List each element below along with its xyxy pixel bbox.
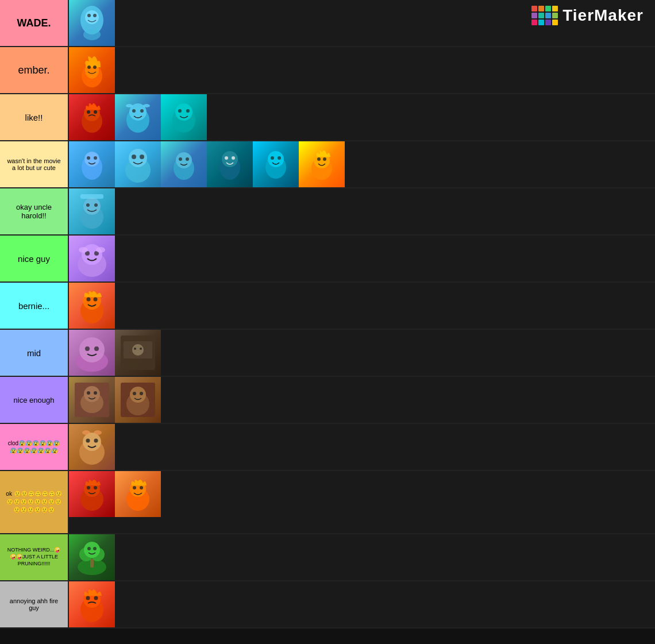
tier-row-wasnt: wasn't in the movie a lot but ur cute: [0, 141, 655, 188]
svg-point-45: [317, 157, 321, 161]
tier-label-annoying: annoying ahh fire guy: [0, 581, 69, 627]
svg-point-93: [133, 486, 136, 489]
tier-row-ember: ember.: [0, 47, 655, 94]
svg-point-16: [140, 109, 144, 113]
svg-point-70: [140, 348, 142, 350]
list-item: [69, 534, 115, 580]
svg-point-7: [87, 65, 91, 69]
svg-point-60: [87, 298, 91, 302]
svg-point-98: [84, 542, 100, 558]
tier-label-bernie: bernie...: [0, 283, 69, 329]
svg-point-73: [84, 386, 100, 402]
tier-row-mid: mid: [0, 330, 655, 377]
svg-point-80: [140, 392, 143, 395]
tier-label-ok: ok 🙂🙂🙃🙃🙃🙃🙂🙂🙂🙂🙂🙂🙂🙂🙂🙂🙂🙂🙂🙂🙂: [0, 471, 69, 533]
svg-point-100: [93, 547, 97, 550]
svg-point-49: [86, 203, 90, 207]
svg-rect-101: [90, 559, 94, 568]
list-item: [69, 471, 115, 517]
list-item: [115, 330, 161, 376]
svg-point-89: [87, 486, 90, 489]
tier-list: TierMaker WADE. ember.: [0, 0, 655, 628]
list-item: [161, 94, 207, 140]
logo-cell: [531, 13, 537, 18]
list-item: [207, 141, 253, 187]
logo-cell: [545, 13, 551, 18]
svg-point-46: [323, 157, 326, 161]
tier-row-annoying: annoying ahh fire guy: [0, 581, 655, 628]
tier-row-nothing-weird: NOTHING WEIRD...🤪🤪🤪JUST A LITTLE PRUNING…: [0, 534, 655, 581]
svg-point-21: [178, 109, 182, 113]
svg-point-57: [96, 247, 105, 253]
logo-cell: [538, 13, 544, 18]
logo-cell: [538, 6, 544, 11]
tier-row-harold: okay uncle harold!!: [0, 188, 655, 236]
logo-cell: [552, 20, 558, 25]
svg-point-41: [271, 156, 274, 160]
svg-point-75: [94, 391, 97, 395]
tier-items-mid: [69, 330, 655, 376]
svg-point-42: [278, 156, 281, 160]
svg-point-82: [83, 433, 101, 451]
svg-point-36: [222, 151, 238, 167]
tier-label-wasnt: wasn't in the movie a lot but ur cute: [0, 141, 69, 187]
list-item: [115, 377, 161, 423]
tier-label-nothing-weird: NOTHING WEIRD...🤪🤪🤪JUST A LITTLE PRUNING…: [0, 534, 69, 580]
list-item: [115, 471, 161, 517]
list-item: [69, 581, 115, 627]
list-item: [253, 141, 299, 187]
svg-point-3: [93, 14, 97, 17]
svg-point-84: [94, 439, 98, 443]
svg-point-94: [140, 486, 143, 489]
svg-point-30: [140, 155, 144, 159]
tier-label-harold: okay uncle harold!!: [0, 188, 69, 234]
svg-point-65: [94, 346, 99, 351]
svg-point-86: [94, 430, 102, 435]
svg-point-15: [132, 109, 136, 113]
tier-label-mid: mid: [0, 330, 69, 376]
svg-point-26: [94, 156, 97, 160]
list-item: [69, 236, 115, 281]
list-item: [69, 0, 115, 46]
svg-point-40: [268, 151, 284, 167]
logo-cell: [545, 6, 551, 11]
logo-cell: [531, 6, 537, 11]
svg-point-8: [93, 65, 97, 69]
svg-point-64: [85, 346, 90, 351]
list-item: [69, 188, 115, 234]
tier-items-like: [69, 94, 655, 140]
tier-items-wasnt: [69, 141, 655, 187]
tier-label-ember: ember.: [0, 47, 69, 93]
tier-label-like: like!!: [0, 94, 69, 140]
svg-point-25: [87, 156, 90, 160]
svg-point-69: [134, 348, 136, 350]
tier-items-nothing-weird: [69, 534, 655, 580]
svg-point-105: [94, 596, 98, 600]
list-item: [69, 94, 115, 140]
svg-point-38: [232, 156, 235, 160]
tier-items-nice-enough: [69, 377, 655, 423]
logo-cell: [531, 20, 537, 25]
svg-point-85: [82, 430, 90, 435]
tier-row-like: like!!: [0, 94, 655, 141]
svg-point-37: [225, 156, 228, 160]
svg-point-17: [126, 104, 133, 107]
tier-row-nice-enough: nice enough: [0, 377, 655, 424]
tier-items-harold: [69, 188, 655, 234]
logo-cell: [545, 20, 551, 25]
svg-point-63: [79, 337, 105, 363]
list-item: [69, 283, 115, 329]
tiermaker-title: TierMaker: [562, 6, 644, 25]
tier-label-nice-enough: nice enough: [0, 377, 69, 423]
list-item: [299, 141, 345, 187]
svg-point-74: [87, 391, 90, 395]
svg-point-56: [79, 247, 88, 253]
tier-row-clod: clod😰😰😰😰😰😰😰😰😰😰😰😰😰: [0, 424, 655, 471]
svg-point-104: [86, 596, 90, 600]
svg-point-61: [94, 298, 98, 302]
svg-point-11: [87, 110, 90, 114]
list-item: [69, 330, 115, 376]
svg-point-48: [83, 198, 101, 215]
tier-label-nice-guy: nice guy: [0, 236, 69, 281]
svg-point-33: [179, 157, 182, 161]
